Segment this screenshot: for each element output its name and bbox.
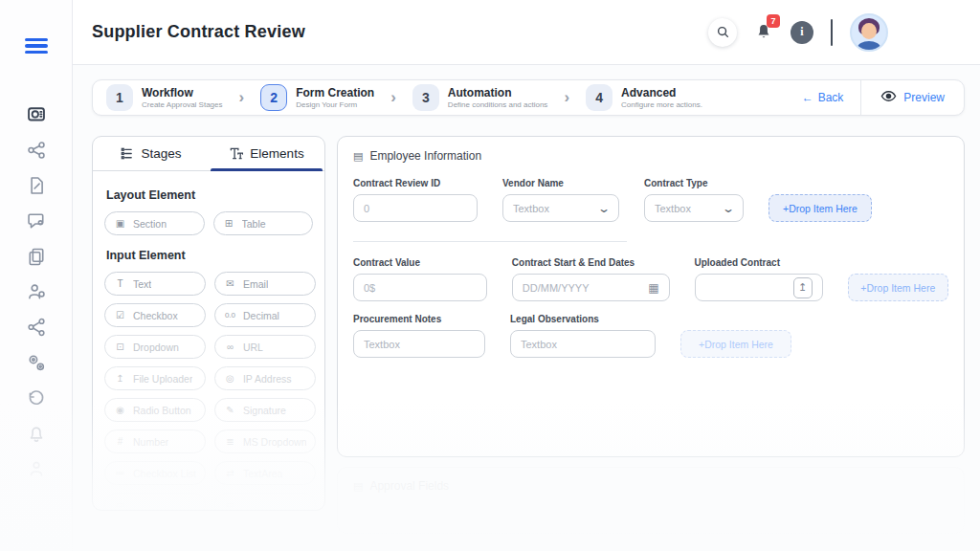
form-editor-icon[interactable] bbox=[25, 174, 48, 197]
field-legal-observations: Legal Observations bbox=[510, 314, 656, 358]
section-title: Employee Information bbox=[369, 149, 481, 163]
drop-zone-3[interactable]: +Drop Item Here bbox=[680, 330, 791, 358]
section-icon: ▣ bbox=[114, 218, 126, 229]
element-decimal[interactable]: 0.0Decimal bbox=[214, 303, 317, 327]
step-chevron-icon: › bbox=[564, 88, 569, 107]
avatar-face bbox=[861, 23, 877, 39]
element-number[interactable]: #Number bbox=[104, 430, 206, 453]
section-header: ▤ Employee Information bbox=[353, 149, 948, 163]
section-icon: ▤ bbox=[353, 150, 363, 163]
legal-observations-input[interactable] bbox=[521, 339, 645, 350]
text-icon: T bbox=[114, 278, 126, 289]
table-icon: ⊞ bbox=[223, 218, 235, 229]
step-automation[interactable]: 3 Automation Define conditions and actio… bbox=[412, 84, 548, 111]
field-contract-review-id: Contract Review ID bbox=[353, 178, 478, 222]
element-ip-address[interactable]: ◎IP Address bbox=[214, 366, 317, 390]
stages-icon bbox=[120, 146, 134, 161]
field-label: Contract Start & End Dates bbox=[512, 257, 670, 268]
hamburger-menu-icon[interactable] bbox=[25, 34, 48, 57]
step-workflow[interactable]: 1 Workflow Create Approval Stages bbox=[106, 84, 223, 111]
field-procurement-notes: Procurement Notes bbox=[353, 314, 485, 358]
ip-address-icon: ◎ bbox=[224, 373, 236, 384]
drop-zone-1[interactable]: +Drop Item Here bbox=[768, 194, 872, 222]
element-faded[interactable]: ▭ bbox=[214, 493, 317, 511]
element-checkbox-list[interactable]: ≔Checkbox List bbox=[104, 461, 206, 485]
contract-dates-picker[interactable]: ▦ bbox=[512, 274, 670, 301]
step-chevron-icon: › bbox=[239, 88, 245, 107]
element-checkbox[interactable]: ☑Checkbox bbox=[104, 303, 206, 327]
search-icon bbox=[716, 25, 730, 39]
file-upload-icon[interactable]: ↥ bbox=[793, 277, 813, 298]
contract-dates-input[interactable] bbox=[523, 282, 648, 294]
element-ms-dropdown[interactable]: ≣MS Dropdown bbox=[214, 430, 317, 453]
notifications-button[interactable]: 7 bbox=[754, 21, 773, 44]
procurement-notes-input[interactable] bbox=[364, 339, 475, 350]
teams-icon[interactable] bbox=[25, 457, 48, 480]
url-icon: ∞ bbox=[224, 342, 236, 352]
layout-element-heading: Layout Element bbox=[106, 188, 313, 202]
field-label: Contract Type bbox=[644, 178, 744, 188]
tab-elements[interactable]: Elements bbox=[209, 137, 324, 170]
contract-type-select[interactable]: Textbox⌄ bbox=[644, 194, 744, 222]
workflow-stepper: 1 Workflow Create Approval Stages › 2 Fo… bbox=[92, 79, 965, 116]
element-table[interactable]: ⊞Table bbox=[213, 211, 314, 235]
next-form-section: ▤ Approval Fields bbox=[337, 467, 965, 534]
field-label: Legal Observations bbox=[510, 314, 656, 324]
element-section[interactable]: ▣Section bbox=[104, 211, 205, 235]
field-label: Contract Value bbox=[353, 257, 487, 268]
contract-review-id-input[interactable] bbox=[364, 203, 467, 214]
history-icon[interactable] bbox=[25, 386, 48, 409]
back-label: Back bbox=[818, 91, 844, 104]
avatar[interactable] bbox=[850, 13, 888, 52]
tab-stages[interactable]: Stages bbox=[93, 137, 209, 170]
notifications-icon[interactable] bbox=[25, 422, 48, 445]
notification-badge: 7 bbox=[767, 14, 780, 28]
chat-settings-icon[interactable] bbox=[25, 209, 48, 232]
tab-label: Elements bbox=[250, 146, 303, 161]
field-label: Vendor Name bbox=[502, 178, 619, 188]
drop-zone-2[interactable]: +Drop Item Here bbox=[848, 274, 948, 301]
elements-panel: Stages Elements Layout Element ▣Section … bbox=[92, 136, 325, 511]
step-number: 2 bbox=[260, 84, 287, 111]
step-form-creation[interactable]: 2 Form Creation Design Your Form bbox=[260, 84, 374, 111]
eye-icon bbox=[880, 89, 897, 106]
chevron-down-icon: ⌄ bbox=[722, 202, 735, 215]
radio-button-icon: ◉ bbox=[114, 405, 126, 415]
step-label: Advanced bbox=[621, 86, 702, 100]
signature-icon: ✎ bbox=[224, 405, 236, 415]
back-button[interactable]: ← Back bbox=[785, 91, 861, 104]
search-button[interactable] bbox=[708, 18, 737, 47]
page-title: Supplier Contract Review bbox=[92, 22, 305, 42]
element-file-uploader[interactable]: ↥File Uploader bbox=[104, 366, 206, 390]
element-dropdown[interactable]: ⊡Dropdown bbox=[104, 335, 206, 359]
integrations-icon[interactable] bbox=[25, 351, 48, 374]
share-nodes-icon[interactable] bbox=[25, 316, 48, 339]
element-email[interactable]: ✉Email bbox=[214, 272, 317, 296]
uploaded-contract-control[interactable]: ↥ bbox=[695, 274, 823, 301]
calendar-icon: ▦ bbox=[648, 281, 658, 295]
element-signature[interactable]: ✎Signature bbox=[214, 398, 317, 422]
dropdown-icon: ⊡ bbox=[114, 342, 126, 352]
checkbox-list-icon: ≔ bbox=[114, 468, 126, 478]
element-textarea[interactable]: ⇄TextArea bbox=[214, 461, 317, 485]
dashboard-icon[interactable] bbox=[25, 103, 48, 126]
vendor-name-select[interactable]: Textbox⌄ bbox=[502, 194, 619, 222]
field-vendor-name: Vendor Name Textbox⌄ bbox=[502, 178, 619, 222]
back-arrow-icon: ← bbox=[802, 91, 813, 104]
element-radio-button[interactable]: ◉Radio Button bbox=[104, 398, 206, 422]
contract-value-input[interactable] bbox=[364, 282, 477, 294]
workflow-icon[interactable] bbox=[25, 139, 48, 162]
checkbox-icon: ☑ bbox=[114, 310, 126, 320]
element-text[interactable]: TText bbox=[104, 272, 206, 296]
documents-icon[interactable] bbox=[25, 245, 48, 268]
element-faded[interactable]: ▭ bbox=[104, 493, 206, 511]
next-section-title: Approval Fields bbox=[369, 479, 449, 493]
info-button[interactable]: i bbox=[791, 21, 813, 44]
user-settings-icon[interactable] bbox=[25, 280, 48, 303]
preview-label: Preview bbox=[903, 91, 945, 104]
step-label: Workflow bbox=[142, 86, 223, 100]
step-advanced[interactable]: 4 Advanced Configure more actions. bbox=[586, 84, 702, 111]
element-url[interactable]: ∞URL bbox=[214, 335, 317, 359]
preview-button[interactable]: Preview bbox=[860, 80, 964, 115]
file-uploader-icon: ↥ bbox=[114, 373, 126, 384]
